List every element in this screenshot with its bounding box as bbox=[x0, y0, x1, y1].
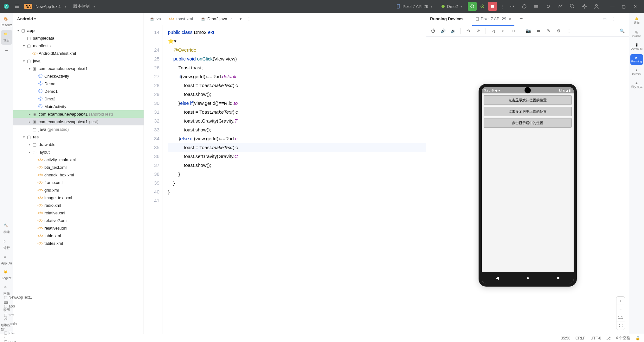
vcs-menu[interactable]: 版本控制 bbox=[73, 3, 90, 9]
project-name[interactable]: NewAppText1 bbox=[35, 4, 61, 9]
more-icon[interactable]: ⋮ bbox=[612, 16, 616, 21]
tree-row[interactable]: ⒸMainActivity bbox=[13, 103, 144, 110]
stop-button[interactable] bbox=[488, 2, 497, 11]
tool-gemini[interactable]: ✦Gemini bbox=[630, 67, 643, 78]
reload-icon[interactable]: ↻ bbox=[544, 27, 553, 35]
tool-gradle[interactable]: 🐘Gradle bbox=[630, 29, 643, 40]
zoom-fit-icon[interactable]: ⛶ bbox=[616, 321, 625, 330]
tree-row[interactable]: </>relatives.xml bbox=[13, 224, 144, 232]
rotate-left-icon[interactable]: ⟲ bbox=[464, 27, 472, 35]
main-menu-icon[interactable] bbox=[13, 3, 21, 10]
branch-icon[interactable]: ⎇ bbox=[606, 336, 611, 340]
tree-row[interactable]: ⒸCheckActivity bbox=[13, 72, 144, 80]
volume-up-icon[interactable]: 🔊 bbox=[439, 27, 447, 35]
search-icon[interactable] bbox=[569, 3, 576, 10]
tool-logcat[interactable]: 🐱Logcat bbox=[1, 268, 12, 282]
tree-row[interactable]: </>tables.xml bbox=[13, 239, 144, 247]
tree-row[interactable]: </>table.xml bbox=[13, 232, 144, 239]
rotate-right-icon[interactable]: ⟳ bbox=[474, 27, 482, 35]
back-icon[interactable]: ◁ bbox=[489, 27, 497, 35]
tool-project[interactable]: 📁项目 bbox=[1, 30, 12, 45]
device-selector[interactable]: Pixel 7 API 29 ▾ bbox=[393, 3, 435, 10]
tool-more[interactable]: ... bbox=[1, 46, 12, 53]
more-icon[interactable]: ⋮ bbox=[565, 27, 573, 35]
tree-row[interactable]: </>activity_main.xml bbox=[13, 156, 144, 163]
tool-run[interactable]: ▷运行 bbox=[1, 238, 12, 252]
tab-dropdown-icon[interactable]: ▾ bbox=[240, 16, 242, 21]
updates-icon[interactable] bbox=[520, 3, 528, 10]
tree-row[interactable]: </>relative2.xml bbox=[13, 217, 144, 224]
zoom-in-icon[interactable]: + bbox=[616, 297, 625, 305]
home-icon[interactable]: ○ bbox=[499, 27, 507, 35]
file-encoding[interactable]: UTF-8 bbox=[590, 336, 601, 340]
tree-row[interactable]: </>AndroidManifest.xml bbox=[13, 49, 144, 57]
tool-device-manager[interactable]: 📱Device M bbox=[630, 41, 643, 52]
layout-icon[interactable]: ▭ bbox=[603, 16, 607, 21]
settings-icon[interactable]: ⚙ bbox=[555, 27, 563, 35]
tool-appquality[interactable]: ◈App Qu bbox=[1, 253, 12, 267]
tree-row[interactable]: ▢sampledata bbox=[13, 34, 144, 42]
tool-notifications[interactable]: 🔔通知 bbox=[630, 15, 643, 27]
tree-row[interactable]: </>frame.xml bbox=[13, 179, 144, 186]
tree-row[interactable]: ▾▣com.example.newapptext1 bbox=[13, 65, 144, 72]
tree-row[interactable]: ▸▣com.example.newapptext1(androidTest) bbox=[13, 110, 144, 118]
account-icon[interactable] bbox=[593, 3, 600, 10]
close-tab-icon[interactable]: × bbox=[230, 17, 233, 21]
screenshot-icon[interactable]: 📷 bbox=[524, 27, 532, 35]
settings-icon[interactable] bbox=[581, 3, 588, 10]
tree-row[interactable]: ⒸDemo bbox=[13, 80, 144, 87]
volume-down-icon[interactable]: 🔉 bbox=[449, 27, 457, 35]
search-icon[interactable]: 🔍 bbox=[618, 27, 626, 35]
nav-back-icon[interactable]: ◀ bbox=[496, 276, 499, 280]
app-logo-icon[interactable]: A bbox=[3, 3, 10, 10]
maximize-icon[interactable]: ▢ bbox=[620, 3, 628, 10]
debug-button[interactable] bbox=[478, 2, 487, 11]
tree-row[interactable]: ▢java(generated) bbox=[13, 125, 144, 133]
editor-tab[interactable]: ☕va bbox=[146, 15, 164, 23]
tree-row[interactable]: </>image_text.xml bbox=[13, 194, 144, 201]
tree-row[interactable]: ▸▢drawable bbox=[13, 141, 144, 148]
tree-row[interactable]: ▸▣com.example.newapptext1(test) bbox=[13, 118, 144, 125]
tree-row[interactable]: ▾▢layout bbox=[13, 148, 144, 156]
tree-row[interactable]: </>grid.xml bbox=[13, 186, 144, 194]
profiler-icon[interactable] bbox=[557, 3, 564, 10]
zoom-out-icon[interactable]: − bbox=[616, 305, 625, 313]
zoom-reset-icon[interactable]: 1:1 bbox=[616, 313, 625, 321]
tree-row[interactable]: ▾▢res bbox=[13, 133, 144, 141]
nav-home-icon[interactable]: ● bbox=[527, 276, 529, 280]
run-config-selector[interactable]: Dmo2 ▾ bbox=[438, 3, 465, 10]
line-separator[interactable]: CRLF bbox=[576, 336, 585, 340]
readonly-icon[interactable]: 🔓 bbox=[635, 336, 640, 340]
project-tree[interactable]: ▾▢app▢sampledata▾▢manifests</>AndroidMan… bbox=[13, 25, 144, 334]
overview-icon[interactable]: □ bbox=[509, 27, 518, 35]
minimize-panel-icon[interactable]: — bbox=[621, 16, 625, 21]
tab-more-icon[interactable]: ⋮ bbox=[247, 16, 251, 21]
nav-recent-icon[interactable]: ■ bbox=[557, 276, 560, 280]
layers-icon[interactable] bbox=[532, 3, 540, 10]
tree-row[interactable]: </>btn_text.xml bbox=[13, 163, 144, 171]
editor-tab[interactable]: </>toast.xml bbox=[165, 15, 196, 23]
editor-tab[interactable]: ☕Dmo2.java× bbox=[197, 15, 236, 23]
add-device-icon[interactable]: + bbox=[519, 16, 523, 22]
app-button-top[interactable]: 点击显示居中上部的位置 bbox=[484, 107, 572, 116]
app-button-default[interactable]: 点击显示默认位置的位置 bbox=[484, 95, 572, 105]
code-with-me-icon[interactable] bbox=[508, 3, 516, 10]
tool-running-devices[interactable]: ▶Running bbox=[630, 54, 643, 65]
tree-row[interactable]: ▾▢manifests bbox=[13, 42, 144, 49]
indent-info[interactable]: 4 个空格 bbox=[616, 335, 630, 341]
tool-tongyi[interactable]: ◈通义灵码 bbox=[630, 79, 643, 91]
close-icon[interactable]: × bbox=[509, 16, 511, 21]
tool-resource[interactable]: 🎨Resourc bbox=[1, 15, 12, 29]
tree-row[interactable]: ▾▢java bbox=[13, 57, 144, 65]
emulator-screen[interactable]: 3:26 ⚙ ◆ ● LTE ◢ ▮ 点击显示默认位置的位置 点击显示居中上部的… bbox=[482, 87, 574, 283]
tree-row[interactable]: ⒸDmo2 bbox=[13, 95, 144, 103]
editor-code[interactable]: public class Dmo2 ext⭐▾ @Override public… bbox=[163, 25, 426, 334]
tree-row[interactable]: </>radio.xml bbox=[13, 201, 144, 209]
tree-row[interactable]: </>relative.xml bbox=[13, 209, 144, 217]
breadcrumb[interactable]: ▢ NewAppText1 › ▢ app › ▢ src › ▢ main ›… bbox=[4, 295, 32, 342]
tree-row[interactable]: ▾▢app bbox=[13, 27, 144, 34]
record-icon[interactable]: ⏺ bbox=[534, 27, 543, 35]
tree-row[interactable]: ⒸDemo1 bbox=[13, 87, 144, 95]
app-button-center[interactable]: 点击显示居中的位置 bbox=[484, 118, 572, 128]
project-view-selector[interactable]: Android▾ bbox=[13, 13, 144, 25]
